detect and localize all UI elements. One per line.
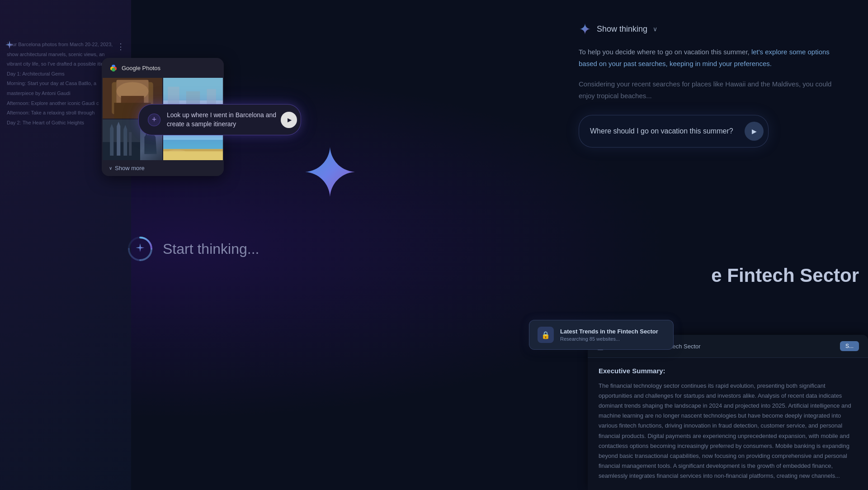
prompt-send-button[interactable] [281, 112, 297, 128]
tooltip-title: Latest Trends in the Fintech Sector [560, 328, 658, 335]
google-photos-header: Google Photos [102, 58, 224, 78]
svg-rect-29 [163, 151, 223, 160]
gemini-thinking-icon [127, 235, 154, 262]
svg-point-3 [112, 68, 115, 71]
vacation-input-bubble[interactable]: Where should I go on vacation this summe… [579, 115, 769, 147]
google-photos-logo-icon [109, 63, 118, 72]
gemini-star-large-icon [303, 145, 357, 199]
chevron-down-icon: ∨ [109, 166, 112, 171]
show-more-button[interactable]: ∨ Show more [102, 160, 224, 176]
prompt-text-content: Look up where I went in Barcelona and cr… [167, 111, 278, 128]
chevron-down-icon: ∨ [653, 25, 657, 33]
fintech-tab-button[interactable]: S... [840, 341, 859, 351]
start-thinking-section: Start thinking... [127, 235, 259, 262]
send-icon: ▶ [752, 128, 757, 135]
svg-rect-22 [123, 129, 127, 156]
fintech-body-text: The financial technology sector continue… [599, 381, 857, 481]
ai-response-paragraph-1: To help you decide where to go on vacati… [579, 46, 841, 69]
fintech-sector-overlay-text: e Fintech Sector [711, 265, 868, 286]
svg-rect-26 [163, 140, 223, 149]
exec-summary-title: Executive Summary: [599, 367, 857, 375]
tooltip-subtitle: Researching 85 websites... [560, 336, 658, 342]
svg-rect-17 [103, 142, 140, 160]
fintech-tooltip-content: Latest Trends in the Fintech Sector Rese… [560, 328, 658, 342]
svg-rect-20 [117, 126, 120, 156]
fintech-card: Latest Trends in the Fintech Sector S...… [588, 335, 868, 490]
gemini-star-icon [579, 23, 591, 35]
show-thinking-label: Show thinking [597, 24, 647, 34]
show-more-label: Show more [115, 165, 145, 171]
add-attachment-button[interactable]: + [148, 114, 160, 126]
ai-response-paragraph-2: Considering your recent searches for pla… [579, 78, 841, 101]
fintech-content: Executive Summary: The financial technol… [588, 358, 868, 490]
three-dot-menu[interactable]: ⋮ [117, 42, 125, 52]
fintech-lock-icon: 🔒 [538, 327, 554, 343]
vacation-send-button[interactable]: ▶ [745, 122, 764, 141]
fintech-research-tooltip: 🔒 Latest Trends in the Fintech Sector Re… [529, 320, 674, 350]
ai-response-normal-text: To help you decide where to go on vacati… [579, 48, 751, 56]
show-thinking-section[interactable]: Show thinking ∨ [579, 23, 841, 35]
start-thinking-label: Start thinking... [163, 241, 259, 257]
vacation-input-text: Where should I go on vacation this summe… [590, 127, 737, 135]
prompt-input-bubble[interactable]: + Look up where I went in Barcelona and … [138, 104, 301, 135]
gemini-top-left-icon [5, 40, 14, 52]
svg-rect-24 [129, 132, 132, 156]
svg-rect-18 [110, 128, 113, 156]
google-photos-title: Google Photos [122, 65, 160, 71]
